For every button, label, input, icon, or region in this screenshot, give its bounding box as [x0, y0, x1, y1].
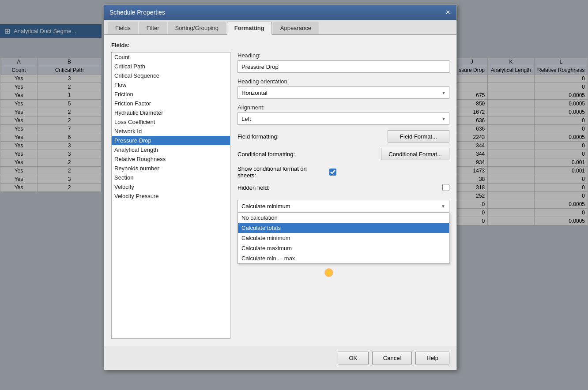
- hidden-field-label: Hidden field:: [237, 184, 439, 191]
- field-item-11[interactable]: Analytical Length: [112, 145, 230, 154]
- dialog-titlebar: Schedule Properties ×: [104, 5, 456, 20]
- alignment-wrapper: Left Center Right: [237, 112, 449, 125]
- show-conditional-label: Show conditional format on sheets:: [237, 165, 326, 179]
- field-item-6[interactable]: Friction Factor: [112, 99, 230, 108]
- calc-option-3[interactable]: Calculate minimum: [238, 233, 449, 243]
- field-item-14[interactable]: Section: [112, 173, 230, 182]
- fields-label: Fields:: [111, 42, 449, 49]
- show-conditional-row: Show conditional format on sheets:: [237, 165, 449, 179]
- calculation-dropdown-header[interactable]: Calculate minimum: [237, 200, 449, 212]
- heading-orientation-row: Heading orientation: Horizontal Vertical: [237, 78, 449, 99]
- field-item-8[interactable]: Loss Coefficient: [112, 117, 230, 127]
- calculation-selected-value: Calculate minimum: [241, 203, 441, 210]
- field-item-1[interactable]: Count: [112, 52, 230, 62]
- alignment-row: Alignment: Left Center Right: [237, 104, 449, 125]
- tab-bar: Fields Filter Sorting/Grouping Formattin…: [104, 20, 456, 35]
- alignment-label: Alignment:: [237, 104, 449, 111]
- hidden-field-checkbox[interactable]: [442, 184, 449, 191]
- fields-list[interactable]: CountCritical PathCritical SequenceFlowF…: [111, 52, 230, 339]
- alignment-select[interactable]: Left Center Right: [237, 112, 449, 125]
- tab-filter[interactable]: Filter: [139, 22, 167, 34]
- field-formatting-label: Field formatting:: [237, 133, 384, 140]
- dialog-footer: OK Cancel Help: [104, 346, 456, 370]
- cancel-button[interactable]: Cancel: [372, 352, 412, 364]
- field-item-7[interactable]: Hydraulic Diameter: [112, 108, 230, 117]
- show-conditional-checkbox[interactable]: [329, 169, 336, 176]
- conditional-formatting-row: Conditional formatting: Conditional Form…: [237, 148, 449, 160]
- close-button[interactable]: ×: [445, 8, 451, 16]
- field-format-button[interactable]: Field Format...: [388, 130, 449, 142]
- field-item-4[interactable]: Flow: [112, 80, 230, 90]
- heading-row: Heading:: [237, 52, 449, 73]
- heading-orientation-wrapper: Horizontal Vertical: [237, 86, 449, 99]
- conditional-format-button[interactable]: Conditional Format...: [381, 148, 449, 160]
- calculation-dropdown-list: No calculationCalculate totalsCalculate …: [237, 212, 449, 264]
- field-formatting-row: Field formatting: Field Format...: [237, 130, 449, 142]
- field-item-10[interactable]: Pressure Drop: [112, 136, 230, 145]
- help-button[interactable]: Help: [415, 352, 449, 364]
- field-item-3[interactable]: Critical Sequence: [112, 71, 230, 80]
- conditional-formatting-label: Conditional formatting:: [237, 151, 377, 158]
- heading-input[interactable]: [237, 60, 449, 73]
- tab-sorting-grouping[interactable]: Sorting/Grouping: [168, 22, 226, 34]
- ok-button[interactable]: OK: [338, 352, 369, 364]
- schedule-properties-dialog: Schedule Properties × Fields Filter Sort…: [104, 4, 457, 370]
- tab-appearance[interactable]: Appearance: [273, 22, 319, 34]
- tab-fields[interactable]: Fields: [108, 22, 138, 34]
- dialog-body: Fields: CountCritical PathCritical Seque…: [104, 35, 456, 346]
- field-item-15[interactable]: Velocity: [112, 182, 230, 191]
- field-item-5[interactable]: Friction: [112, 90, 230, 99]
- heading-orientation-select[interactable]: Horizontal Vertical: [237, 86, 449, 99]
- right-panel: Heading: Heading orientation: Horizontal…: [237, 52, 449, 339]
- calc-option-2[interactable]: Calculate totals: [238, 223, 449, 233]
- field-item-12[interactable]: Relative Roughness: [112, 154, 230, 164]
- heading-orientation-label: Heading orientation:: [237, 78, 449, 85]
- calc-option-1[interactable]: No calculation: [238, 213, 449, 223]
- dialog-title: Schedule Properties: [109, 9, 165, 16]
- field-item-13[interactable]: Reynolds number: [112, 164, 230, 173]
- calculation-dropdown-container: Calculate minimum No calculationCalculat…: [237, 200, 449, 212]
- tab-formatting[interactable]: Formatting: [227, 22, 272, 35]
- field-item-2[interactable]: Critical Path: [112, 62, 230, 71]
- heading-label: Heading:: [237, 52, 449, 59]
- dialog-content: CountCritical PathCritical SequenceFlowF…: [111, 52, 449, 339]
- calc-option-4[interactable]: Calculate maximum: [238, 243, 449, 253]
- field-item-9[interactable]: Network Id: [112, 127, 230, 136]
- field-item-16[interactable]: Velocity Pressure: [112, 191, 230, 201]
- hidden-field-row: Hidden field:: [237, 184, 449, 191]
- calc-option-5[interactable]: Calculate min ... max: [238, 253, 449, 263]
